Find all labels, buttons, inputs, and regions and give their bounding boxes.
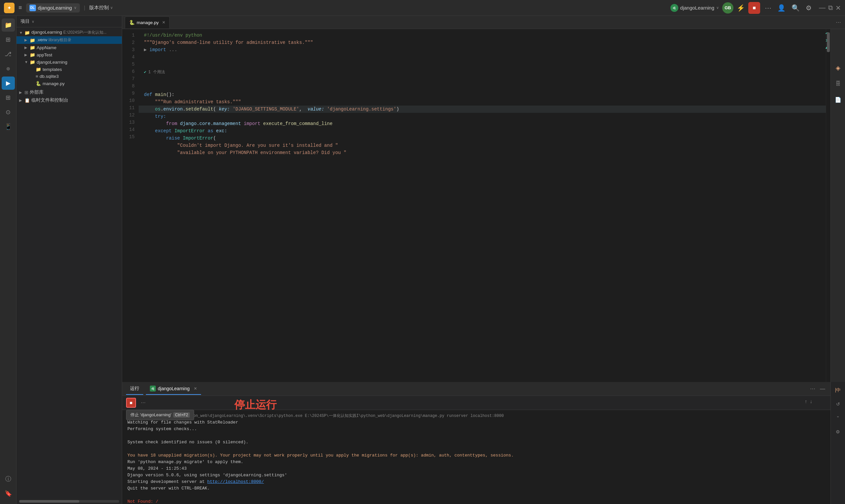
stop-tooltip-text: 停止 'djangoLearning' [130,412,171,418]
arrow-apptest: ▶ [24,53,29,57]
project-tree-label: 项目 [20,18,30,24]
code-line-3: ▶ import ... [139,46,826,53]
server-url-link[interactable]: http://localhost:8000/ [207,479,264,484]
sidebar-item-git[interactable]: ⎇ [2,48,15,61]
gb-button[interactable]: GB [722,2,734,14]
run-stop-button[interactable]: ■ [126,398,136,408]
right-project-badge[interactable]: dj djangoLearning ∨ [670,4,719,12]
sidebar-item-run[interactable]: ▶ [2,76,15,90]
stop-tooltip: 停止 'djangoLearning' Ctrl+F2 [126,410,194,420]
sidebar-item-info[interactable]: ⓘ [2,472,15,486]
run-cmd: E:\2024SP\一体化认知实践I\python_web\djangoLear… [127,413,825,419]
run-right-ai-icon[interactable]: |中 [832,384,844,396]
tree-item-managepy[interactable]: 🐍 manage.py [17,80,122,87]
run-right-quote-icon[interactable]: " [832,412,844,424]
usage-hint-row: ✔ 1 个用法 [139,53,826,91]
right-chevron: ∨ [716,6,719,10]
editor-content-row: 1 2 3 4 5 6 7 8 9 10 11 12 13 1 [122,29,845,382]
sidebar-item-playcircle[interactable]: ⊙ [2,106,15,119]
arrow-appname: ▶ [24,46,29,50]
editor-area: 🐍 manage.py ✕ ⋯ 1 2 3 4 5 6 [122,16,845,504]
tab-managepy[interactable]: 🐍 manage.py ✕ [125,17,170,29]
tree-label-external: 外部库 [30,89,43,95]
database-right-icon[interactable]: 🗄 [832,78,844,90]
code-editor[interactable]: 1 2 3 4 5 6 7 8 9 10 11 12 13 1 [122,29,830,382]
tree-item-db[interactable]: ≡ db.sqlite3 [17,73,122,80]
stop-shortcut-badge: Ctrl+F2 [173,412,190,418]
settings-titlebar-icon[interactable]: ⚙ [805,3,813,13]
tree-label-djangolearning: djangoLearning [37,60,67,65]
user-icon[interactable]: 👤 [776,3,787,13]
sidebar-item-debug[interactable]: ⊛ [2,62,15,75]
main-layout: 📁 ⊞ ⎇ ⊛ ▶ ⊞ ⊙ 📱 ⓘ 🔖 项目 ∨ ▼ 📁 djangoLearn… [0,16,845,504]
close-button[interactable]: ✕ [835,4,841,12]
run-tab-djangolearning[interactable]: dj djangoLearning ✕ [146,383,201,395]
tree-item-apptest[interactable]: ▶ 📁 appTest [17,51,122,58]
run-panel-more-icon[interactable]: ⋯ [809,384,816,393]
vcs-label: 版本控制 [89,5,109,11]
file-tree-header: 项目 ∨ [17,16,122,28]
code-line-13: raise ImportError( [139,134,826,142]
arrow-temp: ▶ [19,98,23,103]
run-tab-run[interactable]: 运行 [126,383,143,395]
file-tree-scrollbar[interactable] [19,500,119,503]
scroll-bottom-icon[interactable]: ↓ [810,398,813,404]
sidebar-item-layers[interactable]: ⊞ [2,91,15,104]
code-content[interactable]: #!/usr/bin/env python """Django's comman… [139,29,826,382]
run-output-django-version: Django version 5.0.6, using settings 'dj… [127,472,825,479]
ai-assistant-icon[interactable]: ◈ [832,62,844,74]
titlebar-right: dj djangoLearning ∨ GB ⚡ ■ ⋯ 👤 🔍 ⚙ — ⧉ ✕ [670,2,841,14]
code-line-14: "Couldn't import Django. Are you sure it… [139,142,826,149]
tab-more-options-icon[interactable]: ⋯ [834,18,842,27]
run-output-not-found: Not Found: / [127,498,825,504]
code-line-10: try: [139,113,826,120]
scroll-top-icon[interactable]: ↑ [805,398,807,404]
tab-bar: 🐍 manage.py ✕ ⋯ [122,16,845,29]
tree-item-root[interactable]: ▼ 📁 djangoLearning E:\2024SP\一体化认知... [17,29,122,36]
tree-item-templates[interactable]: 📁 templates [17,66,122,73]
hamburger-menu-icon[interactable]: ≡ [17,3,23,13]
sidebar-item-search[interactable]: ⊞ [2,33,15,46]
tree-label-db: db.sqlite3 [40,74,59,79]
run-right-refresh-icon[interactable]: ↺ [832,398,844,410]
arrow-external: ▶ [19,90,23,95]
dj-run-icon: dj [150,385,156,392]
minimize-button[interactable]: — [819,4,826,12]
run-more-button[interactable]: ⋯ [139,398,148,407]
run-right-bar: |中 ↺ " ⚙ [830,382,845,504]
check-icon: ✔ [144,69,146,76]
vcs-button[interactable]: 版本控制 ∨ [89,5,113,11]
tree-label-venv: .venv library根目录 [37,37,71,43]
run-right-settings-icon[interactable]: ⚙ [832,426,844,437]
editor-scrollbar[interactable]: ✔ 1 ▲▼ [826,29,830,382]
tree-item-appname[interactable]: ▶ 📁 AppName [17,44,122,51]
run-output-migrate-hint: Run 'python manage.py migrate' to apply … [127,459,825,465]
run-empty-1 [127,432,825,439]
run-toolbar: ■ ⋯ 停止 'djangoLearning' Ctrl+F2 停止运行 ↑ ↓ [122,396,830,410]
run-output[interactable]: E:\2024SP\一体化认知实践I\python_web\djangoLear… [122,410,830,504]
run-tab-close[interactable]: ✕ [194,386,197,391]
folder-root-icon: 📁 [24,30,30,35]
tree-item-external[interactable]: ▶ ⊞ 外部库 [17,88,122,96]
project-selector[interactable]: DL djangoLearning ∨ [26,3,80,13]
scrollbar-thumb-editor[interactable] [827,32,830,52]
code-line-7: def main(): [139,91,826,98]
tab-close-icon[interactable]: ✕ [162,20,165,25]
more-options-icon[interactable]: ⋯ [763,3,773,13]
docs-right-icon[interactable]: 📄 [832,94,844,106]
usage-hint-text: 1 个用法 [148,69,165,76]
tree-item-venv[interactable]: ▶ 📁 .venv library根目录 [17,36,122,44]
plugin-icon[interactable]: ⚡ [737,4,745,12]
restore-button[interactable]: ⧉ [828,4,833,12]
tree-item-djangolearning-sub[interactable]: ▼ 📁 djangoLearning [17,58,122,66]
folder-templates-icon: 📁 [36,67,41,72]
run-panel-minimize-icon[interactable]: — [818,384,827,393]
sidebar-item-bookmark[interactable]: 🔖 [2,487,15,500]
code-area[interactable]: 1 2 3 4 5 6 7 8 9 10 11 12 13 1 [122,29,830,382]
sidebar-item-explorer[interactable]: 📁 [2,18,15,32]
search-titlebar-icon[interactable]: 🔍 [790,3,801,13]
run-stop-titlebar-button[interactable]: ■ [748,2,760,14]
file-tree-panel: 项目 ∨ ▼ 📁 djangoLearning E:\2024SP\一体化认知.… [17,16,122,504]
tree-item-temp[interactable]: ▶ 📋 临时文件和控制台 [17,96,122,104]
sidebar-item-phone[interactable]: 📱 [2,120,15,133]
